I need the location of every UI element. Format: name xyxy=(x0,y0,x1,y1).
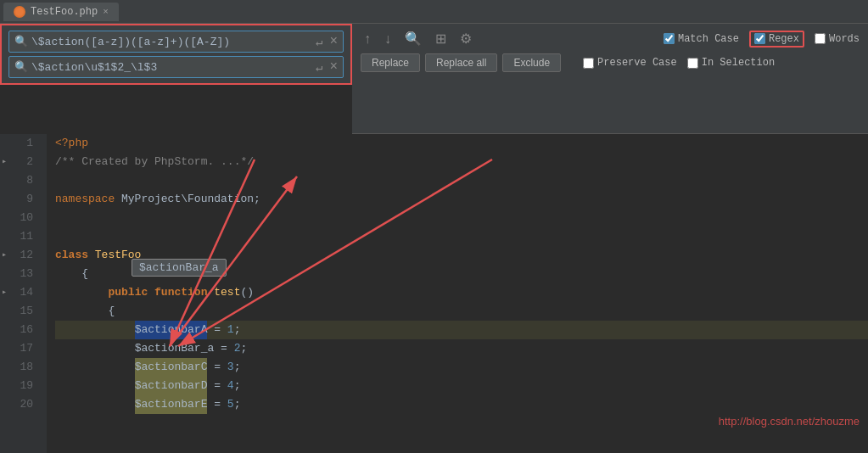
multiline-button[interactable]: ⊞ xyxy=(432,29,450,48)
regex-label: Regex xyxy=(769,33,799,45)
assign-18: = xyxy=(207,358,227,377)
line-number-18: 18 xyxy=(0,358,40,377)
replace-button[interactable]: Replace xyxy=(361,53,420,72)
words-option[interactable]: Words xyxy=(815,33,860,45)
line-number-8: 8 xyxy=(0,171,40,190)
options-row-1: Match Case Regex Words xyxy=(664,31,860,48)
tab-bar: TestFoo.php × xyxy=(0,0,868,24)
preserve-case-checkbox[interactable] xyxy=(583,58,594,69)
fold-arrow-12[interactable]: ▸ xyxy=(2,246,7,265)
clear-search-1-button[interactable]: × xyxy=(329,34,338,49)
fold-arrow-2[interactable]: ▸ xyxy=(2,153,7,171)
prev-match-button[interactable]: ↑ xyxy=(361,30,374,48)
php-file-icon xyxy=(14,6,25,18)
num-3: 3 xyxy=(227,358,234,377)
line-number-9: 9 xyxy=(0,190,40,209)
fold-arrow-14[interactable]: ▸ xyxy=(2,283,7,302)
search-area: 🔍 \$action([a-z])([a-z]+)([A-Z]) ↵ × 🔍 \… xyxy=(0,24,352,85)
line-number-10: 10 xyxy=(0,209,40,227)
num-1: 1 xyxy=(227,321,234,339)
words-checkbox[interactable] xyxy=(815,33,826,44)
toolbar-row-2: Replace Replace all Exclude Preserve Cas… xyxy=(361,53,860,72)
match-case-option[interactable]: Match Case xyxy=(664,33,739,45)
search-row-2[interactable]: 🔍 \$action\u$1$2_\l$3 ↵ × xyxy=(8,56,344,78)
autocomplete-tooltip: $actionBar_a xyxy=(132,259,227,277)
regex-checkbox[interactable] xyxy=(754,33,765,44)
words-label: Words xyxy=(829,33,860,45)
in-selection-checkbox[interactable] xyxy=(687,58,698,69)
line-number-11: 11 xyxy=(0,227,40,246)
code-area: 1 ▸ 2 8 9 10 11 ▸ 12 13 ▸ 14 15 16 17 18… xyxy=(0,134,868,453)
url-watermark: http://blog.csdn.net/zhouzme xyxy=(719,415,860,428)
preserve-case-option[interactable]: Preserve Case xyxy=(583,57,677,69)
code-line-9: namespace MyProject\Foundation; xyxy=(55,190,868,209)
public-keyword: public xyxy=(108,283,154,302)
options-row-2: Preserve Case In Selection xyxy=(583,57,775,69)
line-number-17: 17 xyxy=(0,339,40,358)
search-field-1[interactable]: \$action([a-z])([a-z]+)([A-Z]) xyxy=(31,36,312,48)
code-line-20: $actionbarE = 5; xyxy=(55,395,868,414)
find-usages-button[interactable]: 🔍 xyxy=(401,29,425,48)
regex-option[interactable]: Regex xyxy=(749,31,804,48)
num-2: 2 xyxy=(234,339,241,358)
code-line-8 xyxy=(55,171,868,190)
php-open-tag: <?php xyxy=(55,134,88,153)
line-number-16: 16 xyxy=(0,321,40,339)
code-line-15: { xyxy=(55,302,868,321)
enter-icon-2: ↵ xyxy=(316,60,322,75)
comment-text-2: /** Created by PhpStorm. ...*/ xyxy=(55,153,254,171)
line-number-13: 13 xyxy=(0,265,40,283)
var-actionbarE: $actionbarE xyxy=(135,395,208,414)
replace-field-1[interactable]: \$action\u$1$2_\l$3 xyxy=(31,61,312,74)
code-line-18: $actionbarC = 3; xyxy=(55,358,868,377)
tab-filename: TestFoo.php xyxy=(31,6,98,18)
search-row-1[interactable]: 🔍 \$action([a-z])([a-z]+)([A-Z]) ↵ × xyxy=(8,31,344,53)
var-actionbarA: $actionbarA xyxy=(135,321,208,339)
method-name: test xyxy=(214,283,240,302)
var-actionbarC: $actionbarC xyxy=(135,358,208,377)
line-number-14: ▸ 14 xyxy=(0,283,40,302)
code-line-11 xyxy=(55,227,868,246)
match-case-label: Match Case xyxy=(678,33,739,45)
var-actionBar-a: $actionBar_a xyxy=(135,339,215,358)
replace-all-button[interactable]: Replace all xyxy=(425,53,497,72)
line-number-20: 20 xyxy=(0,395,40,414)
semi-20: ; xyxy=(234,395,241,414)
open-brace-13: { xyxy=(55,265,88,283)
open-brace-15: { xyxy=(55,302,115,321)
settings-button[interactable]: ⚙ xyxy=(456,29,475,48)
next-match-button[interactable]: ↓ xyxy=(381,30,395,48)
toolbar-area: ↑ ↓ 🔍 ⊞ ⚙ Match Case Regex Words Replace… xyxy=(352,24,868,134)
semi-16: ; xyxy=(234,321,241,339)
in-selection-option[interactable]: In Selection xyxy=(687,57,775,69)
search-magnifier-icon-1: 🔍 xyxy=(14,35,28,48)
code-editor[interactable]: <?php /** Created by PhpStorm. ...*/ nam… xyxy=(47,134,868,453)
toolbar-row-1: ↑ ↓ 🔍 ⊞ ⚙ Match Case Regex Words xyxy=(361,29,860,48)
match-case-checkbox[interactable] xyxy=(664,33,675,44)
line-number-12: ▸ 12 xyxy=(0,246,40,265)
code-line-16: $actionbarA = 1; xyxy=(55,321,868,339)
num-5: 5 xyxy=(227,395,234,414)
function-keyword: function xyxy=(154,283,214,302)
clear-search-2-button[interactable]: × xyxy=(329,59,338,75)
code-line-19: $actionbarD = 4; xyxy=(55,377,868,395)
namespace-keyword: namespace xyxy=(55,190,121,209)
in-selection-label: In Selection xyxy=(702,57,775,69)
active-tab[interactable]: TestFoo.php × xyxy=(3,3,119,21)
code-line-1: <?php xyxy=(55,134,868,153)
code-line-2: /** Created by PhpStorm. ...*/ xyxy=(55,153,868,171)
semi-18: ; xyxy=(234,358,241,377)
assign-17: = xyxy=(214,339,233,358)
enter-icon-1: ↵ xyxy=(316,35,322,49)
exclude-button[interactable]: Exclude xyxy=(502,53,561,72)
num-4: 4 xyxy=(227,377,234,395)
semi-19: ; xyxy=(234,377,241,395)
code-line-10 xyxy=(55,209,868,227)
tab-close-button[interactable]: × xyxy=(103,7,109,17)
semi-17: ; xyxy=(240,339,247,358)
line-number-15: 15 xyxy=(0,302,40,321)
line-number-19: 19 xyxy=(0,377,40,395)
code-line-17: $actionBar_a = 2; xyxy=(55,339,868,358)
method-parens: () xyxy=(240,283,254,302)
code-line-14: public function test() xyxy=(55,283,868,302)
